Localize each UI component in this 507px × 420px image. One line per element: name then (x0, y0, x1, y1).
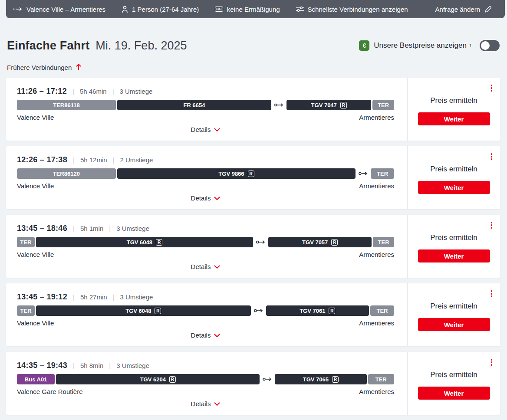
train-segment: FR 6654 (117, 100, 271, 110)
more-options-button[interactable] (490, 221, 494, 230)
train-segment: TER (370, 305, 394, 316)
booking-panel: Preis ermitteln Weiter (407, 352, 500, 415)
connection-summary: 13:45 – 19:12 | 5h 27min | 3 Umstiege TE… (6, 283, 407, 346)
chevron-down-icon (214, 400, 220, 407)
connection-summary: 13:45 – 18:46 | 5h 1min | 3 Umstiege TER… (6, 215, 407, 278)
time-range: 13:45 – 18:46 (17, 224, 67, 233)
bestprice-control: € Unsere Bestpreise anzeigen1 (359, 40, 500, 51)
more-options-button[interactable] (490, 289, 494, 298)
train-segment: TGV 9866R (117, 168, 356, 179)
separator: | (113, 293, 115, 301)
reservation-icon: R (331, 239, 338, 246)
change-request-button[interactable]: Anfrage ändern (435, 6, 492, 13)
transfer-icon (263, 377, 272, 382)
connection-summary: 12:26 – 17:38 | 5h 12min | 2 Umstiege TE… (6, 146, 407, 209)
changes: 2 Umstiege (120, 156, 153, 164)
train-segment: TER (17, 237, 35, 247)
to-station: Armentieres (359, 114, 394, 121)
time-range: 12:26 – 17:38 (17, 155, 67, 164)
continue-button[interactable]: Weiter (418, 249, 490, 262)
earlier-connections-button[interactable]: Frühere Verbindungen (7, 63, 82, 72)
segment-label: TER (375, 376, 387, 383)
separator: | (73, 156, 75, 164)
details-button[interactable]: Details (17, 263, 394, 270)
fastest-connections-button[interactable]: Schnellste Verbindungen anzeigen (296, 6, 408, 13)
duration: 5h 46min (80, 88, 107, 95)
train-segment: TGV 7057R (268, 237, 372, 247)
duration: 5h 27min (80, 293, 107, 301)
continue-button[interactable]: Weiter (418, 318, 490, 331)
details-button[interactable]: Details (17, 126, 394, 133)
bestprice-label: Unsere Bestpreise anzeigen (374, 41, 467, 50)
discount-label: keine Ermäßigung (227, 6, 280, 13)
time-range: 14:35 – 19:43 (17, 361, 67, 370)
more-options-button[interactable] (490, 152, 494, 161)
reservation-icon: R (329, 308, 335, 314)
to-station: Armentieres (359, 251, 394, 258)
more-options-button[interactable] (490, 358, 494, 367)
connection-summary: 14:35 – 19:43 | 5h 8min | 3 Umstiege Bus… (6, 352, 407, 415)
price-label: Preis ermitteln (430, 233, 477, 242)
time-range: 11:26 – 17:12 (17, 87, 67, 96)
to-station: Armentieres (359, 319, 394, 327)
train-segment: TGV 7065R (275, 374, 366, 384)
separator: | (113, 156, 115, 164)
train-segment: TGV 6048R (36, 305, 251, 316)
details-label: Details (191, 263, 211, 270)
bestprice-toggle[interactable] (480, 40, 500, 51)
euro-icon: € (359, 40, 369, 51)
stations-row: Valence Ville Armentieres (17, 114, 394, 121)
transfer-icon (256, 240, 265, 245)
stations-row: Valence Ville Armentieres (17, 182, 394, 190)
continue-button[interactable]: Weiter (418, 387, 490, 400)
time-row: 12:26 – 17:38 | 5h 12min | 2 Umstiege (17, 155, 394, 164)
connection-card: 14:35 – 19:43 | 5h 8min | 3 Umstiege Bus… (6, 352, 500, 415)
segment-label: TGV 9866 (218, 171, 244, 177)
train-segment: TGV 7047R (286, 100, 371, 110)
reservation-icon: R (248, 171, 254, 177)
train-segment: TER (17, 305, 35, 316)
segments-bar: TER86118FR 6654TGV 7047RTER (17, 100, 394, 110)
from-station: Valence Ville (17, 251, 54, 258)
train-segment: TGV 7061R (266, 305, 369, 316)
details-button[interactable]: Details (17, 400, 394, 407)
time-row: 13:45 – 18:46 | 5h 1min | 3 Umstiege (17, 224, 394, 233)
reservation-icon: R (169, 376, 176, 383)
chevron-down-icon (214, 126, 220, 133)
details-button[interactable]: Details (17, 331, 394, 339)
price-label: Preis ermitteln (430, 165, 477, 174)
arrow-up-icon (76, 63, 82, 72)
details-button[interactable]: Details (17, 194, 394, 202)
booking-panel: Preis ermitteln Weiter (407, 215, 500, 278)
separator: | (72, 88, 74, 95)
separator: | (109, 225, 111, 232)
more-options-button[interactable] (490, 84, 494, 92)
chevron-down-icon (214, 194, 220, 202)
time-range: 13:45 – 19:12 (17, 292, 67, 302)
route-label: Valence Ville – Armentieres (26, 6, 105, 13)
stations-row: Valence Ville Armentieres (17, 319, 394, 327)
segments-bar: TER86120TGV 9866RTER (17, 168, 394, 179)
reservation-icon: R (155, 308, 161, 314)
segment-label: TER (20, 239, 31, 246)
travel-date: Mi. 19. Feb. 2025 (95, 38, 187, 53)
train-segment: TGV 6204R (56, 374, 260, 384)
from-station: Valence Gare Routière (17, 388, 82, 395)
bahncard-icon: BC (215, 7, 223, 12)
continue-button[interactable]: Weiter (418, 181, 490, 194)
details-label: Details (191, 194, 211, 202)
segment-label: TER (377, 171, 388, 177)
separator: | (73, 293, 75, 301)
separator: | (73, 225, 75, 232)
details-label: Details (191, 331, 211, 339)
segment-label: TGV 6048 (127, 239, 152, 246)
to-station: Armentieres (359, 182, 394, 190)
reservation-icon: R (340, 102, 347, 108)
transfer-icon (274, 102, 283, 108)
reservation-icon: R (156, 239, 162, 246)
connection-card: 13:45 – 18:46 | 5h 1min | 3 Umstiege TER… (6, 215, 500, 278)
fastest-connections-label: Schnellste Verbindungen anzeigen (308, 6, 408, 13)
bus-segment: Bus A01 (17, 374, 55, 384)
continue-button[interactable]: Weiter (418, 112, 490, 125)
trip-type: Einfache Fahrt (7, 38, 89, 53)
